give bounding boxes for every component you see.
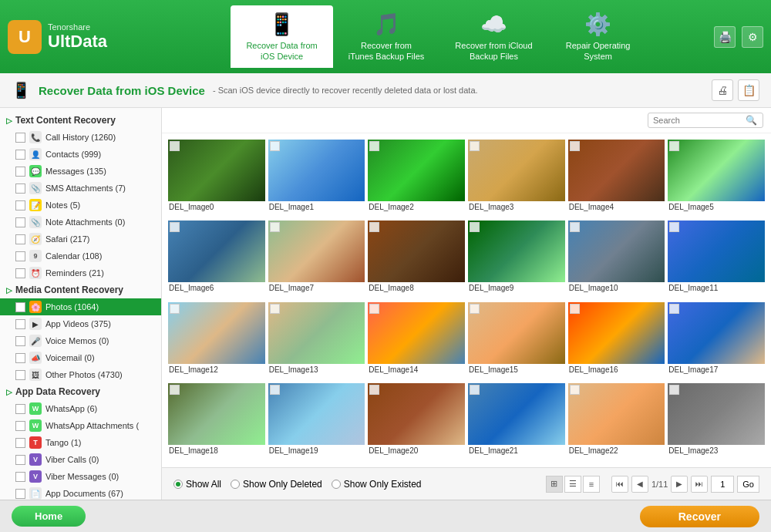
sidebar-item-call-history[interactable]: 📞 Call History (1260) (0, 129, 161, 146)
photo-checkbox[interactable] (170, 141, 180, 151)
photo-checkbox[interactable] (570, 141, 580, 151)
photo-item[interactable]: DEL_Image12 (168, 302, 265, 380)
photo-checkbox[interactable] (170, 222, 180, 232)
photo-checkbox[interactable] (270, 304, 280, 314)
photo-item[interactable]: DEL_Image2 (368, 140, 465, 217)
photo-item[interactable]: DEL_Image19 (268, 383, 365, 461)
radio-show-deleted[interactable]: Show Only Deleted (231, 479, 322, 490)
photo-checkbox[interactable] (270, 141, 280, 151)
photo-item[interactable]: DEL_Image15 (468, 302, 565, 380)
photo-checkbox[interactable] (470, 385, 480, 395)
check-call-history[interactable] (15, 133, 25, 143)
last-page-button[interactable]: ⏭ (691, 476, 708, 493)
photo-item[interactable]: DEL_Image3 (468, 140, 565, 217)
photo-checkbox[interactable] (470, 141, 480, 151)
radio-show-all[interactable]: Show All (173, 479, 221, 490)
check-messages[interactable] (15, 167, 25, 177)
sidebar-item-contacts[interactable]: 👤 Contacts (999) (0, 146, 161, 163)
photo-checkbox[interactable] (570, 304, 580, 314)
radio-show-existed[interactable]: Show Only Existed (332, 479, 422, 490)
photo-checkbox[interactable] (270, 385, 280, 395)
check-viber-msg[interactable] (15, 472, 25, 482)
check-whatsapp-attach[interactable] (15, 421, 25, 431)
detail-view-button[interactable]: ≡ (583, 476, 600, 493)
tab-repair[interactable]: ⚙️ Repair OperatingSystem (548, 5, 648, 69)
check-app-docs[interactable] (15, 489, 25, 499)
sidebar-item-whatsapp[interactable]: W WhatsApp (6) (0, 400, 161, 417)
tab-icloud[interactable]: ☁️ Recover from iCloudBackup Files (439, 5, 547, 69)
photo-item[interactable]: DEL_Image17 (668, 302, 765, 380)
photo-checkbox[interactable] (270, 222, 280, 232)
photo-checkbox[interactable] (669, 222, 679, 232)
list-view-button[interactable]: ☰ (564, 476, 581, 493)
photo-checkbox[interactable] (470, 222, 480, 232)
check-tango[interactable] (15, 438, 25, 448)
photo-item[interactable]: DEL_Image23 (668, 383, 765, 461)
check-notes[interactable] (15, 200, 25, 210)
grid-view-button[interactable]: ⊞ (546, 476, 563, 493)
photo-checkbox[interactable] (570, 385, 580, 395)
recover-button[interactable]: Recover (640, 506, 759, 527)
photo-item[interactable]: DEL_Image22 (568, 383, 665, 461)
sidebar-item-app-documents[interactable]: 📄 App Documents (67) (0, 485, 161, 500)
tab-ios[interactable]: 📱 Recover Data fromiOS Device (231, 5, 332, 69)
sidebar-item-sms-attachments[interactable]: 📎 SMS Attachments (7) (0, 180, 161, 197)
photo-checkbox[interactable] (570, 222, 580, 232)
print-button[interactable]: 🖨️ (714, 26, 736, 48)
check-calendar[interactable] (15, 251, 25, 261)
check-app-videos[interactable] (15, 319, 25, 329)
photo-checkbox[interactable] (669, 304, 679, 314)
sidebar-item-voicemail[interactable]: 📣 Voicemail (0) (0, 349, 161, 366)
check-viber-calls[interactable] (15, 455, 25, 465)
sidebar-item-viber-messages[interactable]: V Viber Messages (0) (0, 468, 161, 485)
check-other-photos[interactable] (15, 370, 25, 380)
sidebar-item-whatsapp-attachments[interactable]: W WhatsApp Attachments ( (0, 417, 161, 434)
sidebar-item-viber-calls[interactable]: V Viber Calls (0) (0, 451, 161, 468)
sidebar-item-note-attachments[interactable]: 📎 Note Attachments (0) (0, 214, 161, 231)
photo-item[interactable]: DEL_Image4 (568, 140, 665, 217)
export-button[interactable]: 📋 (738, 79, 759, 101)
photo-item[interactable]: DEL_Image14 (368, 302, 465, 380)
photo-checkbox[interactable] (369, 385, 379, 395)
sidebar-item-reminders[interactable]: ⏰ Reminders (21) (0, 264, 161, 281)
photo-checkbox[interactable] (369, 304, 379, 314)
photo-item[interactable]: DEL_Image6 (168, 221, 265, 298)
check-safari[interactable] (15, 234, 25, 244)
check-note-attach[interactable] (15, 217, 25, 227)
check-contacts[interactable] (15, 150, 25, 160)
page-number-input[interactable] (711, 476, 734, 493)
check-voicemail[interactable] (15, 353, 25, 363)
photo-item[interactable]: DEL_Image21 (468, 383, 565, 461)
photo-checkbox[interactable] (470, 304, 480, 314)
go-button[interactable]: Go (737, 476, 759, 493)
photo-item[interactable]: DEL_Image20 (368, 383, 465, 461)
search-input[interactable] (653, 116, 746, 125)
photo-item[interactable]: DEL_Image9 (468, 221, 565, 298)
check-sms[interactable] (15, 184, 25, 194)
photo-item[interactable]: DEL_Image16 (568, 302, 665, 380)
photo-checkbox[interactable] (170, 385, 180, 395)
sidebar-item-app-videos[interactable]: ▶ App Videos (375) (0, 315, 161, 332)
first-page-button[interactable]: ⏮ (611, 476, 628, 493)
tab-itunes[interactable]: 🎵 Recover fromiTunes Backup Files (333, 5, 440, 69)
sidebar-item-other-photos[interactable]: 🖼 Other Photos (4730) (0, 366, 161, 383)
photo-checkbox[interactable] (669, 385, 679, 395)
photo-item[interactable]: DEL_Image8 (368, 221, 465, 298)
sidebar-item-tango[interactable]: T Tango (1) (0, 434, 161, 451)
next-page-button[interactable]: ▶ (671, 476, 688, 493)
sidebar-item-messages[interactable]: 💬 Messages (135) (0, 163, 161, 180)
check-reminders[interactable] (15, 268, 25, 278)
check-whatsapp[interactable] (15, 404, 25, 414)
photo-item[interactable]: DEL_Image1 (268, 140, 365, 217)
check-photos[interactable] (15, 302, 25, 312)
sidebar-item-calendar[interactable]: 9 Calendar (108) (0, 247, 161, 264)
photo-checkbox[interactable] (669, 141, 679, 151)
sidebar-item-voice-memos[interactable]: 🎤 Voice Memos (0) (0, 332, 161, 349)
photo-item[interactable]: DEL_Image10 (568, 221, 665, 298)
sidebar-item-notes[interactable]: 📝 Notes (5) (0, 197, 161, 214)
print-subheader-button[interactable]: 🖨 (712, 79, 733, 101)
settings-button[interactable]: ⚙ (742, 26, 763, 48)
check-voice-memos[interactable] (15, 336, 25, 346)
photo-item[interactable]: DEL_Image5 (668, 140, 765, 217)
photo-item[interactable]: DEL_Image7 (268, 221, 365, 298)
